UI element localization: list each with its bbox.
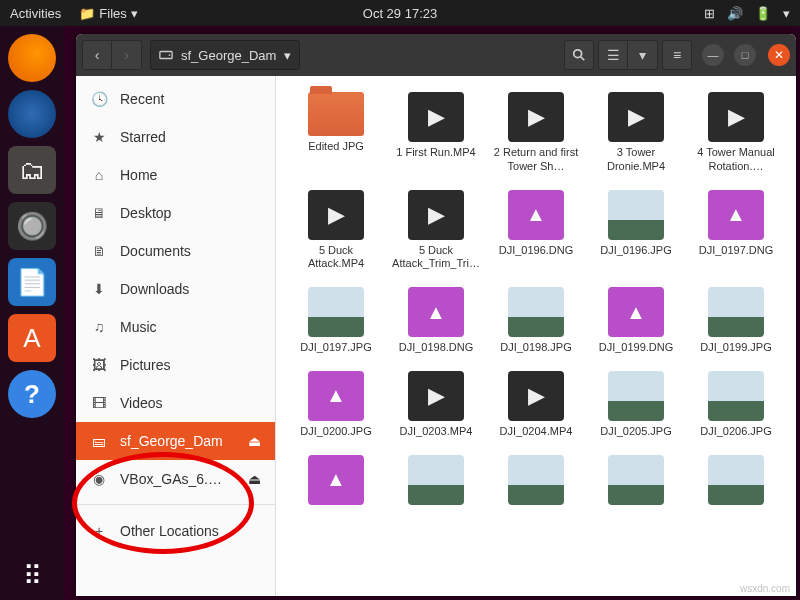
file-item[interactable]: ▶DJI_0203.MP4	[388, 367, 484, 443]
thumb-icon	[708, 455, 764, 505]
drive-icon: 🖴	[90, 433, 108, 449]
file-label: DJI_0197.JPG	[300, 341, 372, 355]
chevron-down-icon: ▾	[284, 48, 291, 63]
file-item[interactable]: ▲DJI_0199.DNG	[588, 283, 684, 359]
activities-button[interactable]: Activities	[10, 6, 61, 21]
sidebar-item-starred[interactable]: ★Starred	[76, 118, 275, 156]
file-item[interactable]: ▲DJI_0196.DNG	[488, 186, 584, 276]
file-label: DJI_0198.DNG	[399, 341, 474, 355]
svg-point-2	[574, 50, 582, 58]
sidebar-item-home[interactable]: ⌂Home	[76, 156, 275, 194]
sidebar-item-label: Desktop	[120, 205, 171, 221]
file-label: DJI_0203.MP4	[400, 425, 473, 439]
dock-help[interactable]: ?	[8, 370, 56, 418]
file-item[interactable]	[388, 451, 484, 513]
dock-software[interactable]: A	[8, 314, 56, 362]
file-item[interactable]: DJI_0197.JPG	[288, 283, 384, 359]
file-item[interactable]	[488, 451, 584, 513]
sidebar-item-pictures[interactable]: 🖼Pictures	[76, 346, 275, 384]
sidebar-item-videos[interactable]: 🎞Videos	[76, 384, 275, 422]
sidebar: 🕓Recent★Starred⌂Home🖥Desktop🗎Documents⬇D…	[76, 76, 276, 596]
file-item[interactable]: ▲DJI_0198.DNG	[388, 283, 484, 359]
file-item[interactable]: Edited JPG	[288, 88, 384, 178]
file-item[interactable]: ▶DJI_0204.MP4	[488, 367, 584, 443]
sidebar-item-label: Documents	[120, 243, 191, 259]
sidebar-mount-sf_George_Dam[interactable]: 🖴sf_George_Dam⏏	[76, 422, 275, 460]
sidebar-mount-VBox_GAs_6.…[interactable]: ◉VBox_GAs_6.…⏏	[76, 460, 275, 498]
close-button[interactable]: ✕	[768, 44, 790, 66]
eject-icon[interactable]: ⏏	[248, 471, 261, 487]
plus-icon: +	[90, 523, 108, 539]
file-grid: Edited JPG▶1 First Run.MP4▶2 Return and …	[276, 76, 796, 596]
sidebar-other-locations[interactable]: +Other Locations	[76, 504, 275, 548]
files-window: ‹ › sf_George_Dam ▾ ☰ ▾ ≡ — □ ✕ 🕓Recent★…	[76, 34, 796, 596]
thumb-icon	[708, 371, 764, 421]
app-menu[interactable]: 📁 Files ▾	[79, 6, 137, 21]
sidebar-item-label: Pictures	[120, 357, 171, 373]
eject-icon[interactable]: ⏏	[248, 433, 261, 449]
video-icon: ▶	[508, 371, 564, 421]
back-button[interactable]: ‹	[82, 40, 112, 70]
clock-icon: 🕓	[90, 91, 108, 107]
dock-show-apps[interactable]: ⠿	[8, 552, 56, 600]
sidebar-item-music[interactable]: ♫Music	[76, 308, 275, 346]
thumb-icon	[608, 371, 664, 421]
minimize-button[interactable]: —	[702, 44, 724, 66]
dock-rhythmbox[interactable]: 🔘	[8, 202, 56, 250]
clock[interactable]: Oct 29 17:23	[363, 6, 437, 21]
file-item[interactable]: ▲DJI_0197.DNG	[688, 186, 784, 276]
video-icon: ▶	[408, 92, 464, 142]
folder-icon: 📁	[79, 6, 95, 21]
file-label: DJI_0205.JPG	[600, 425, 672, 439]
dock-files[interactable]: 🗂	[8, 146, 56, 194]
network-icon[interactable]: ⊞	[704, 6, 715, 21]
thumb-icon	[608, 190, 664, 240]
file-label: DJI_0196.DNG	[499, 244, 574, 258]
forward-button[interactable]: ›	[112, 40, 142, 70]
file-item[interactable]: ▶2 Return and first Tower Sh…	[488, 88, 584, 178]
file-label: DJI_0204.MP4	[500, 425, 573, 439]
search-button[interactable]	[564, 40, 594, 70]
file-label: 4 Tower Manual Rotation.…	[692, 146, 780, 174]
dock-thunderbird[interactable]	[8, 90, 56, 138]
sidebar-item-downloads[interactable]: ⬇Downloads	[76, 270, 275, 308]
dock-firefox[interactable]	[8, 34, 56, 82]
file-item[interactable]	[588, 451, 684, 513]
file-item[interactable]: DJI_0196.JPG	[588, 186, 684, 276]
pathbar[interactable]: sf_George_Dam ▾	[150, 40, 300, 70]
file-item[interactable]: ▲DJI_0200.JPG	[288, 367, 384, 443]
file-item[interactable]: ▶4 Tower Manual Rotation.…	[688, 88, 784, 178]
file-item[interactable]: ▶5 Duck Attack.MP4	[288, 186, 384, 276]
file-item[interactable]: ▶3 Tower Dronie.MP4	[588, 88, 684, 178]
image-icon: ▲	[708, 190, 764, 240]
file-item[interactable]: ▲	[288, 451, 384, 513]
file-label: 5 Duck Attack_Trim_Tri…	[392, 244, 480, 272]
sidebar-item-recent[interactable]: 🕓Recent	[76, 80, 275, 118]
file-item[interactable]: ▶5 Duck Attack_Trim_Tri…	[388, 186, 484, 276]
file-item[interactable]: DJI_0206.JPG	[688, 367, 784, 443]
view-list-button[interactable]: ☰	[598, 40, 628, 70]
file-item[interactable]	[688, 451, 784, 513]
maximize-button[interactable]: □	[734, 44, 756, 66]
battery-icon[interactable]: 🔋	[755, 6, 771, 21]
file-item[interactable]: DJI_0205.JPG	[588, 367, 684, 443]
dock-writer[interactable]: 📄	[8, 258, 56, 306]
file-item[interactable]: DJI_0199.JPG	[688, 283, 784, 359]
volume-icon[interactable]: 🔊	[727, 6, 743, 21]
image-icon: ▲	[308, 455, 364, 505]
file-item[interactable]: DJI_0198.JPG	[488, 283, 584, 359]
chevron-down-icon: ▾	[131, 6, 138, 21]
file-label: 5 Duck Attack.MP4	[292, 244, 380, 272]
sidebar-item-documents[interactable]: 🗎Documents	[76, 232, 275, 270]
view-options-button[interactable]: ▾	[628, 40, 658, 70]
file-item[interactable]: ▶1 First Run.MP4	[388, 88, 484, 178]
sidebar-item-label: Other Locations	[120, 523, 219, 539]
folder-icon	[308, 92, 364, 136]
file-label: 3 Tower Dronie.MP4	[592, 146, 680, 174]
sidebar-item-desktop[interactable]: 🖥Desktop	[76, 194, 275, 232]
app-menu-label: Files	[99, 6, 126, 21]
file-label: 2 Return and first Tower Sh…	[492, 146, 580, 174]
chevron-down-icon[interactable]: ▾	[783, 6, 790, 21]
sidebar-item-label: VBox_GAs_6.…	[120, 471, 222, 487]
hamburger-menu[interactable]: ≡	[662, 40, 692, 70]
